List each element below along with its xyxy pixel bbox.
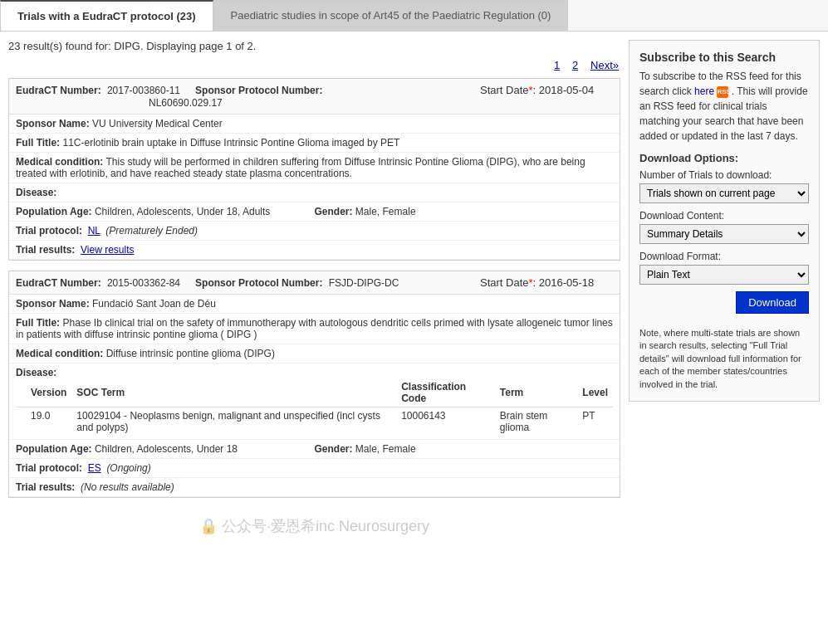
eudract-value-2: 2015-003362-84: [107, 277, 180, 289]
start-date-value-1: 2018-05-04: [539, 84, 595, 96]
trial-1-full-title: Full Title: 11C-erlotinib brain uptake i…: [9, 134, 620, 153]
trial-2-medical-condition: Medical condition: Diffuse intrinsic pon…: [9, 344, 620, 363]
start-date-asterisk-1: *: [529, 84, 533, 96]
trial-2-results-text: (No results available): [81, 481, 174, 493]
number-of-trials-select[interactable]: Trials shown on current page All trials …: [639, 183, 809, 203]
trial-2-protocol-link[interactable]: ES: [88, 462, 101, 474]
trial-card-2: EudraCT Number: 2015-003362-84 Sponsor P…: [8, 271, 620, 498]
trial-1-view-results-link[interactable]: View results: [81, 244, 134, 256]
trial-2-full-title: Full Title: Phase Ib clinical trial on t…: [9, 314, 620, 344]
number-of-trials-label: Number of Trials to download:: [639, 169, 809, 181]
tab-paediatric[interactable]: Paediatric studies in scope of Art45 of …: [213, 0, 569, 31]
population-age-value-2: Children, Adolescents, Under 18: [95, 443, 238, 455]
trial-1-medical-condition: Medical condition: This study will be pe…: [9, 153, 620, 183]
disease-soc: 10029104 - Neoplasms benign, malignant a…: [71, 407, 396, 437]
sponsor-protocol-value-2: FSJD-DIPG-DC: [329, 277, 399, 289]
sponsor-protocol-label-1: Sponsor Protocol Number:: [195, 85, 322, 96]
sidebar-box: Subscribe to this Search To subscribe to…: [629, 40, 820, 402]
next-page-link[interactable]: Next»: [590, 59, 619, 71]
pagination: 1 2 Next»: [8, 59, 620, 71]
trial-1-header: EudraCT Number: 2017-003860-11 Sponsor P…: [9, 79, 620, 115]
disease-table-2: Version SOC Term Classification Code Ter…: [16, 378, 613, 436]
watermark: 🔒 公众号·爱恩希inc Neurosurgery: [8, 508, 620, 544]
trial-2-population-gender: Population Age: Children, Adolescents, U…: [9, 440, 620, 459]
page-2-link[interactable]: 2: [572, 59, 578, 71]
trial-1-protocol-status: (Prematurely Ended): [105, 225, 198, 237]
trial-2-protocol-status: (Ongoing): [106, 462, 150, 474]
start-date-label-2: Start Date: [480, 276, 529, 289]
disease-col-term: Term: [495, 378, 578, 407]
gender-value-1: Male, Female: [355, 206, 416, 217]
sponsor-protocol-label-2: Sponsor Protocol Number:: [195, 277, 322, 289]
trial-1-population-gender: Population Age: Children, Adolescents, U…: [9, 202, 620, 222]
download-note: Note, where multi-state trials are shown…: [639, 327, 809, 391]
download-options-title: Download Options:: [639, 152, 809, 164]
disease-col-classification: Classification Code: [396, 378, 495, 407]
tabs-bar: Trials with a EudraCT protocol (23) Paed…: [0, 0, 828, 32]
download-content-label: Download Content:: [639, 210, 809, 222]
disease-row: 19.0 10029104 - Neoplasms benign, malign…: [16, 407, 613, 437]
trial-1-sponsor-name: Sponsor Name: VU University Medical Cent…: [9, 115, 620, 134]
subscribe-rss-link[interactable]: here: [694, 85, 714, 97]
disease-col-level: Level: [577, 378, 613, 407]
tab-eudraCT[interactable]: Trials with a EudraCT protocol (23): [0, 0, 213, 31]
full-title-value-2: Phase Ib clinical trial on the safety of…: [16, 317, 613, 340]
disease-col-soc: SOC Term: [71, 378, 396, 407]
download-format-label: Download Format:: [639, 251, 809, 262]
download-button[interactable]: Download: [736, 291, 809, 314]
main-layout: 23 result(s) found for: DIPG. Displaying…: [0, 32, 828, 553]
trial-1-protocol: Trial protocol: NL (Prematurely Ended): [9, 222, 620, 241]
eudract-label-2: EudraCT Number:: [16, 277, 101, 289]
eudract-label-1: EudraCT Number:: [16, 85, 101, 96]
sidebar: Subscribe to this Search To subscribe to…: [629, 40, 820, 544]
results-area: 23 result(s) found for: DIPG. Displaying…: [8, 40, 620, 544]
disease-col-version: Version: [26, 378, 71, 407]
page-container: Trials with a EudraCT protocol (23) Paed…: [0, 0, 828, 644]
disease-version: 19.0: [26, 407, 71, 437]
disease-classification-code: 10006143: [396, 407, 495, 437]
trial-2-disease: Disease: Version SOC Term Classification…: [9, 363, 620, 440]
start-date-asterisk-2: *: [529, 276, 533, 289]
disease-level: PT: [577, 407, 613, 437]
population-age-value-1: Children, Adolescents, Under 18, Adults: [95, 206, 270, 217]
disease-term: Brain stem glioma: [495, 407, 578, 437]
sponsor-protocol-value-1: NL60690.029.17: [149, 97, 223, 109]
results-summary: 23 result(s) found for: DIPG. Displaying…: [8, 40, 620, 52]
trial-2-sponsor-name: Sponsor Name: Fundació Sant Joan de Déu: [9, 295, 620, 314]
disease-col-blank: [16, 378, 26, 407]
start-date-value-2: 2016-05-18: [539, 276, 595, 289]
page-1-link[interactable]: 1: [554, 59, 560, 71]
download-content-select[interactable]: Summary Details Full Trial Details: [639, 224, 809, 244]
trial-1-disease: Disease:: [9, 183, 620, 202]
sponsor-name-value-1: VU University Medical Center: [92, 118, 223, 129]
trial-2-protocol: Trial protocol: ES (Ongoing): [9, 459, 620, 478]
gender-value-2: Male, Female: [355, 443, 416, 455]
subscribe-text: To subscribe to the RSS feed for this se…: [639, 69, 809, 144]
medical-condition-value-2: Diffuse intrinsic pontine glioma (DIPG): [106, 348, 275, 359]
subscribe-title: Subscribe to this Search: [639, 51, 809, 64]
download-format-select[interactable]: Plain Text XML CSV: [639, 265, 809, 285]
full-title-value-1: 11C-erlotinib brain uptake in Diffuse In…: [62, 137, 399, 149]
sponsor-name-value-2: Fundació Sant Joan de Déu: [92, 298, 216, 310]
trial-1-protocol-link[interactable]: NL: [88, 225, 100, 237]
eudract-value-1: 2017-003860-11: [107, 85, 180, 96]
start-date-label-1: Start Date: [480, 84, 529, 96]
trial-2-results: Trial results: (No results available): [9, 478, 620, 497]
trial-1-results: Trial results: View results: [9, 241, 620, 260]
trial-2-header: EudraCT Number: 2015-003362-84 Sponsor P…: [9, 271, 620, 295]
rss-icon: RSS: [717, 86, 728, 98]
trial-card-1: EudraCT Number: 2017-003860-11 Sponsor P…: [8, 78, 620, 261]
